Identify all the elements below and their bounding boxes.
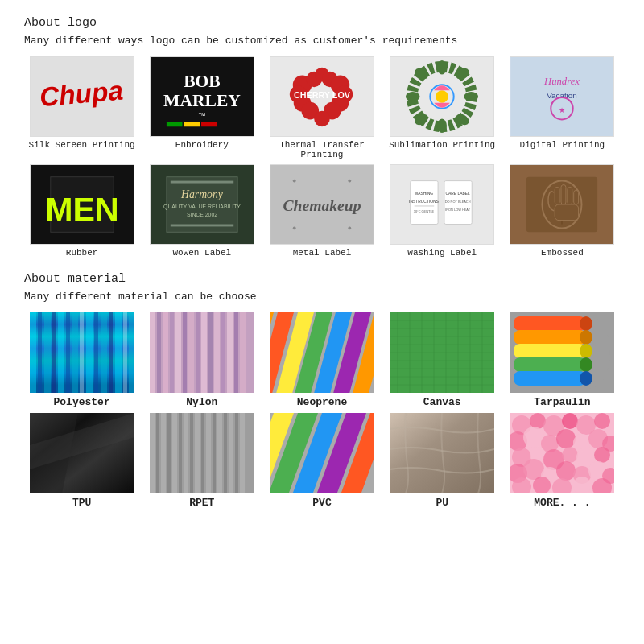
svg-rect-6 — [167, 122, 183, 126]
material-tpu: TPU — [24, 413, 139, 509]
neoprene-label: Neoprene — [297, 396, 347, 408]
material-canvas: Canvas — [385, 312, 500, 408]
svg-point-143 — [580, 344, 592, 358]
svg-rect-102 — [221, 312, 225, 393]
svg-rect-79 — [58, 312, 64, 393]
svg-point-21 — [314, 111, 330, 127]
svg-point-52 — [293, 180, 296, 183]
svg-rect-76 — [38, 312, 42, 393]
svg-point-206 — [573, 477, 591, 493]
svg-point-29 — [464, 92, 479, 101]
svg-point-182 — [594, 413, 610, 429]
rpet-label: RPET — [189, 497, 214, 509]
metal-label: Metal Label — [293, 248, 352, 258]
rubber-label: Rubber — [66, 248, 98, 258]
svg-rect-88 — [123, 312, 127, 393]
svg-rect-92 — [157, 312, 161, 393]
logo-item-sublimation: Sublimation Printing — [385, 56, 500, 159]
svg-point-141 — [580, 316, 592, 331]
svg-rect-164 — [235, 413, 238, 493]
svg-rect-49 — [171, 225, 233, 227]
svg-rect-75 — [30, 312, 36, 393]
logo-item-embossed: Embossed — [505, 164, 620, 258]
svg-rect-96 — [183, 312, 187, 393]
svg-text:MARLEY: MARLEY — [163, 91, 241, 110]
svg-rect-78 — [52, 312, 56, 393]
logo-item-metal: Chemakeup Metal Label — [264, 164, 379, 258]
svg-rect-84 — [94, 312, 98, 393]
about-logo-title: About logo — [24, 16, 620, 30]
material-neoprene: Neoprene — [264, 312, 379, 408]
logo-item-silk: Chupa Silk Sereen Printing — [24, 56, 139, 159]
more-label: MORE. . . — [534, 497, 590, 509]
svg-point-27 — [437, 60, 447, 75]
silk-label: Silk Sereen Printing — [29, 140, 135, 150]
svg-rect-152 — [167, 413, 171, 493]
svg-rect-156 — [190, 413, 193, 493]
svg-rect-104 — [234, 312, 238, 393]
svg-rect-99 — [201, 312, 207, 393]
svg-rect-7 — [184, 122, 200, 126]
woven-label: Wowen Label — [172, 248, 231, 258]
svg-rect-136 — [514, 316, 586, 331]
svg-point-204 — [533, 477, 551, 493]
svg-rect-162 — [224, 413, 227, 493]
material-more: MORE. . . — [505, 413, 620, 509]
svg-rect-98 — [196, 312, 200, 393]
svg-rect-139 — [514, 357, 586, 372]
about-material-title: About material — [24, 272, 620, 286]
svg-rect-85 — [101, 312, 107, 393]
svg-rect-105 — [240, 312, 246, 393]
material-nylon: Nylon — [144, 312, 259, 408]
svg-rect-140 — [514, 371, 586, 386]
tarpaulin-label: Tarpaulin — [534, 396, 590, 408]
svg-rect-56 — [390, 165, 493, 244]
pu-label: PU — [436, 497, 448, 509]
svg-text:™: ™ — [198, 111, 206, 120]
svg-point-55 — [348, 226, 351, 229]
material-pu: PU — [385, 413, 500, 509]
svg-text:Vacation: Vacation — [547, 91, 577, 100]
embroidery-label: Enbroidery — [175, 140, 229, 150]
svg-rect-72 — [574, 190, 579, 204]
polyester-label: Polyester — [53, 396, 109, 408]
svg-text:★: ★ — [559, 106, 565, 114]
svg-point-178 — [530, 413, 546, 429]
svg-rect-163 — [229, 413, 233, 493]
svg-rect-153 — [172, 413, 177, 493]
material-polyester: Polyester — [24, 312, 139, 408]
svg-rect-137 — [514, 330, 586, 345]
logo-item-digital: Hundrex Vacation ★ Digital Printing — [505, 56, 620, 159]
logo-item-embroidery: BOB MARLEY ™ Enbroidery — [144, 56, 259, 159]
svg-rect-158 — [201, 413, 204, 493]
svg-rect-48 — [171, 181, 233, 184]
canvas-label: Canvas — [423, 396, 461, 408]
svg-rect-80 — [66, 312, 70, 393]
svg-rect-160 — [213, 413, 216, 493]
svg-rect-95 — [175, 312, 181, 393]
svg-point-26 — [436, 90, 448, 103]
svg-text:MEN: MEN — [45, 191, 118, 228]
logo-item-rubber: MEN Rubber — [24, 164, 139, 258]
svg-rect-81 — [72, 312, 78, 393]
svg-point-193 — [562, 447, 578, 463]
svg-point-145 — [580, 371, 592, 386]
nylon-label: Nylon — [186, 396, 217, 408]
svg-point-31 — [437, 118, 447, 133]
svg-rect-91 — [150, 312, 155, 393]
svg-rect-70 — [561, 185, 566, 205]
svg-rect-149 — [150, 413, 155, 493]
svg-rect-97 — [188, 312, 194, 393]
svg-rect-71 — [568, 187, 572, 204]
washing-label: Washing Label — [407, 248, 477, 258]
svg-rect-94 — [170, 312, 174, 393]
svg-rect-157 — [195, 413, 200, 493]
svg-rect-93 — [163, 312, 168, 393]
material-tarpaulin: Tarpaulin — [505, 312, 620, 408]
embossed-label: Embossed — [541, 248, 584, 258]
svg-rect-150 — [156, 413, 159, 493]
svg-rect-166 — [246, 413, 254, 493]
svg-text:DO NOT BLEACH: DO NOT BLEACH — [445, 200, 471, 204]
svg-rect-100 — [208, 312, 213, 393]
thermal-label: Thermal Transfer Printing — [264, 140, 379, 159]
